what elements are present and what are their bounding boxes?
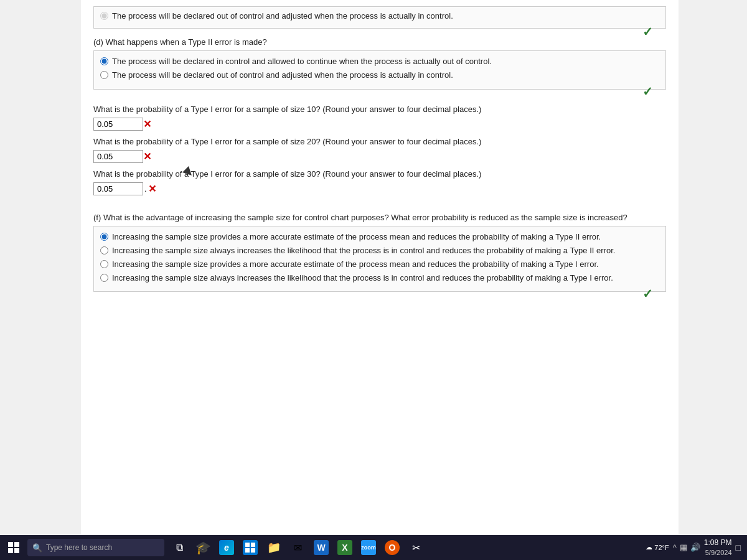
clock-date: 5/9/2024 xyxy=(704,548,732,557)
section-f-option-2-text: Increasing the sample size always increa… xyxy=(112,245,615,256)
svg-rect-3 xyxy=(14,548,19,553)
section-e-label-2-text: What is the probability of a Type I erro… xyxy=(93,137,481,146)
top-radio-input[interactable] xyxy=(100,12,108,20)
edge-app[interactable]: e xyxy=(215,536,238,559)
clock-display[interactable]: 1:08 PM 5/9/2024 xyxy=(704,538,732,557)
section-f: (f) What is the advantage of increasing … xyxy=(93,213,666,297)
section-d-option-2: The process will be declared out of cont… xyxy=(100,70,659,81)
section-f-option-4-text: Increasing the sample size always increa… xyxy=(112,273,613,284)
snip-icon: ✂ xyxy=(412,542,420,554)
svg-rect-1 xyxy=(14,542,19,547)
top-partial-section: The process will be declared out of cont… xyxy=(93,6,666,29)
svg-rect-0 xyxy=(8,542,13,547)
section-e-input-3[interactable] xyxy=(93,182,143,195)
section-f-radio-3[interactable] xyxy=(100,260,108,268)
section-f-radio-2[interactable] xyxy=(100,246,108,254)
graduation-icon: 🎓 xyxy=(195,540,211,555)
search-icon: 🔍 xyxy=(32,543,42,553)
section-e-label-2: What is the probability of a Type I erro… xyxy=(93,137,666,146)
section-d-option-1-text: The process will be declared in control … xyxy=(112,56,492,67)
weather-icon: ☁ xyxy=(646,543,652,551)
section-e-dot: . xyxy=(144,184,147,194)
svg-rect-5 xyxy=(251,543,255,547)
search-placeholder-text: Type here to search xyxy=(46,543,112,552)
zoom-icon: zoom xyxy=(361,540,376,555)
top-radio-text: The process will be declared out of cont… xyxy=(112,11,453,22)
section-e-label-3-text: What is the probability of a Type I erro… xyxy=(93,169,481,179)
main-content-area: The process will be declared out of cont… xyxy=(0,0,747,535)
windows-store-icon xyxy=(243,540,258,555)
network-icon: ▦ xyxy=(680,543,687,552)
section-e-wrong-2: ✕ xyxy=(143,151,151,162)
windows-store-app[interactable] xyxy=(239,536,261,559)
file-explorer-app[interactable]: 📁 xyxy=(263,536,285,559)
section-e: What is the probability of a Type I erro… xyxy=(93,105,666,203)
clock-time: 1:08 PM xyxy=(704,538,732,548)
file-explorer-icon: 📁 xyxy=(267,541,281,554)
section-d-checkmark: ✓ xyxy=(642,84,653,99)
weather-temp: 72°F xyxy=(654,544,669,551)
quiz-container: The process will be declared out of cont… xyxy=(81,0,679,535)
section-f-radio-4[interactable] xyxy=(100,274,108,282)
section-f-radio-1[interactable] xyxy=(100,233,108,241)
top-radio-option: The process will be declared out of cont… xyxy=(100,11,659,22)
section-e-input-row-2: ✕ xyxy=(93,150,666,163)
speaker-icon[interactable]: 🔊 xyxy=(690,543,700,552)
weather-widget[interactable]: ☁ 72°F xyxy=(646,543,669,551)
section-e-wrong-1: ✕ xyxy=(143,118,151,130)
origin-icon: O xyxy=(385,540,400,555)
taskbar-search-bar[interactable]: 🔍 Type here to search xyxy=(27,539,164,556)
section-d-label: (d) What happens when a Type II error is… xyxy=(93,37,666,47)
svg-rect-7 xyxy=(251,548,255,553)
taskbar: 🔍 Type here to search ⧉ 🎓 e xyxy=(0,535,747,560)
mail-app[interactable]: ✉ xyxy=(286,536,309,559)
section-f-option-1: Increasing the sample size provides a mo… xyxy=(100,231,659,243)
section-e-input-row-3: . ✕ xyxy=(93,182,666,195)
section-d: (d) What happens when a Type II error is… xyxy=(93,37,666,94)
system-tray: ☁ 72°F ^ ▦ 🔊 1:08 PM 5/9/2024 □ xyxy=(646,538,745,557)
mail-icon: ✉ xyxy=(294,542,302,554)
svg-rect-6 xyxy=(245,548,250,553)
section-f-options-box: Increasing the sample size provides a mo… xyxy=(93,226,666,292)
section-f-option-3-text: Increasing the sample size provides a mo… xyxy=(112,259,599,270)
section-f-option-2: Increasing the sample size always increa… xyxy=(100,245,659,256)
section-d-radio-2[interactable] xyxy=(100,71,108,79)
section-e-input-row-1: ✕ xyxy=(93,118,666,131)
section-f-checkmark: ✓ xyxy=(642,286,653,301)
section-d-option-1: The process will be declared in control … xyxy=(100,56,659,67)
zoom-app[interactable]: zoom xyxy=(357,536,380,559)
excel-app[interactable]: X xyxy=(334,536,356,559)
taskview-icon: ⧉ xyxy=(176,542,183,553)
section-e-input-1[interactable] xyxy=(93,118,143,131)
origin-app[interactable]: O xyxy=(381,536,403,559)
word-icon: W xyxy=(314,540,329,555)
section-e-input-2[interactable] xyxy=(93,150,143,163)
section-e-label-3: What is the probability of a Type I erro… xyxy=(93,169,666,179)
taskbar-apps-area: ⧉ 🎓 e 📁 ✉ xyxy=(168,536,427,559)
section-d-options-box: The process will be declared in control … xyxy=(93,50,666,89)
taskview-button[interactable]: ⧉ xyxy=(168,536,190,559)
section-f-label: (f) What is the advantage of increasing … xyxy=(93,213,666,222)
section-e-label-text: What is the probability of a Type I erro… xyxy=(93,105,481,114)
notification-button[interactable]: □ xyxy=(736,543,741,553)
excel-icon: X xyxy=(337,540,352,555)
section-e-wrong-3: ✕ xyxy=(148,183,156,195)
chevron-up-icon[interactable]: ^ xyxy=(673,543,677,552)
section-d-radio-1[interactable] xyxy=(100,57,108,65)
edge-icon: e xyxy=(219,540,234,555)
section-f-option-4: Increasing the sample size always increa… xyxy=(100,273,659,284)
section-e-label-intro: What is the probability of a Type I erro… xyxy=(93,105,666,114)
system-icons-group: ^ ▦ 🔊 xyxy=(673,543,700,552)
section-f-option-3: Increasing the sample size provides a mo… xyxy=(100,259,659,270)
start-button[interactable] xyxy=(2,536,25,559)
word-app[interactable]: W xyxy=(310,536,332,559)
svg-rect-2 xyxy=(8,548,13,553)
section-f-option-1-text: Increasing the sample size provides a mo… xyxy=(112,231,601,243)
section-d-option-2-text: The process will be declared out of cont… xyxy=(112,70,453,81)
graduation-app[interactable]: 🎓 xyxy=(192,536,214,559)
svg-rect-4 xyxy=(245,543,250,547)
snip-app[interactable]: ✂ xyxy=(405,536,427,559)
